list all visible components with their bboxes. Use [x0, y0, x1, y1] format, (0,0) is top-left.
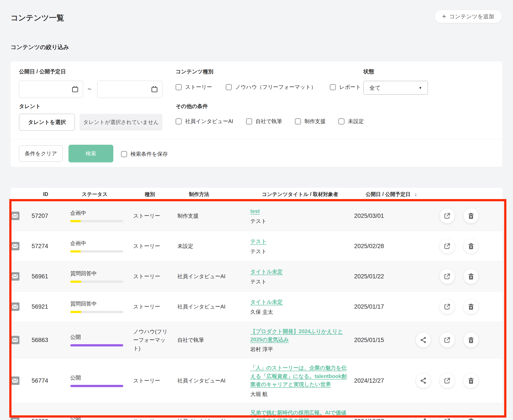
external-link-button[interactable]: [440, 239, 455, 254]
mail-icon[interactable]: [11, 242, 19, 250]
row-title-cell: テスト テスト: [250, 237, 352, 255]
row-type: ストーリー: [133, 212, 170, 220]
row-title-cell: test テスト: [250, 207, 352, 225]
content-type-checkbox[interactable]: ノウハウ（フリーフォーマット）: [226, 83, 316, 90]
date-range-separator: ~: [85, 85, 94, 93]
table-row[interactable]: 56698 公開 ストーリー 社員インタビューAI 兄弟で挑む新時代の採用広報。…: [11, 403, 502, 420]
search-button[interactable]: 検索: [68, 145, 113, 162]
share-button[interactable]: [416, 332, 431, 347]
trash-button[interactable]: [463, 208, 479, 223]
filter-divider: [11, 139, 502, 139]
checkbox-box[interactable]: [338, 118, 344, 124]
other-condition-checkbox[interactable]: 未設定: [338, 118, 364, 125]
content-title-link[interactable]: 「人」のストーリーは、企業の魅力を伝える「広報資産」になる。talentbook…: [250, 365, 347, 387]
checkbox-box[interactable]: [330, 84, 336, 90]
row-type: ストーリー: [133, 242, 170, 250]
clear-conditions-button[interactable]: 条件をクリア: [19, 145, 63, 162]
checkbox-label: ストーリー: [185, 83, 212, 90]
add-content-button[interactable]: + コンテンツを追加: [434, 10, 502, 23]
trash-button[interactable]: [463, 373, 479, 388]
interview-subject: 久保 圭太: [250, 308, 351, 315]
checkbox-label: 未設定: [348, 118, 364, 125]
table-row[interactable]: 56863 公開 ノウハウ(フリーフォーマット) 自社で執筆 【プロダクト開発】…: [11, 322, 502, 358]
row-type: ノウハウ(フリーフォーマット): [133, 327, 170, 353]
checkbox-label: 社員インタビューAI: [185, 118, 233, 125]
external-link-button[interactable]: [440, 373, 455, 388]
state-label: 状態: [364, 68, 374, 75]
external-link-button[interactable]: [440, 269, 455, 284]
mail-icon[interactable]: [11, 376, 19, 385]
row-id: 56961: [32, 273, 70, 280]
date-from-input[interactable]: [19, 81, 83, 98]
interview-subject: テスト: [250, 218, 351, 225]
table-row[interactable]: 56921 質問回答中 ストーリー 社員インタビューAI タイトル未定 久保 圭…: [11, 292, 502, 322]
content-title-link[interactable]: タイトル未定: [250, 269, 283, 275]
mail-icon[interactable]: [11, 212, 19, 220]
checkbox-box[interactable]: [295, 118, 301, 124]
external-link-button[interactable]: [440, 332, 455, 347]
trash-button[interactable]: [463, 414, 479, 420]
table-row[interactable]: 56961 質問回答中 ストーリー 社員インタビューAI タイトル未定 テスト …: [11, 261, 502, 292]
row-actions: [406, 332, 502, 347]
row-date: 2024/12/27: [354, 418, 406, 420]
header-status: ステータス: [82, 191, 145, 198]
row-method: 社員インタビューAI: [177, 273, 250, 280]
external-link-button[interactable]: [440, 299, 455, 314]
checkbox-box[interactable]: [121, 151, 127, 157]
content-title-link[interactable]: 兄弟で挑む新時代の採用広報。AIで価値を創造する経営者の挑戦: [250, 410, 346, 420]
content-title-link[interactable]: タイトル未定: [250, 299, 283, 305]
date-to-input[interactable]: [97, 81, 162, 98]
trash-button[interactable]: [463, 332, 479, 347]
row-date: 2025/02/28: [354, 243, 406, 250]
mail-icon[interactable]: [11, 302, 19, 311]
other-condition-checkbox[interactable]: 社員インタビューAI: [176, 118, 233, 125]
header-date[interactable]: 公開日 / 公開予定日 ↓: [366, 191, 417, 198]
status-progress-bar: [70, 250, 123, 253]
row-status: 企画中: [70, 210, 133, 222]
other-condition-checkbox[interactable]: 自社で執筆: [246, 118, 282, 125]
content-type-checkbox[interactable]: ストーリー: [176, 83, 212, 90]
calendar-icon[interactable]: [151, 85, 158, 93]
status-text: 企画中: [70, 210, 133, 217]
row-status: 質問回答中: [70, 300, 133, 313]
state-select[interactable]: 全て ▼: [364, 81, 428, 95]
status-text: 企画中: [70, 240, 133, 247]
share-button[interactable]: [416, 373, 431, 388]
status-progress-fill: [70, 281, 81, 283]
row-date: 2025/01/22: [354, 273, 406, 280]
interview-subject: テスト: [250, 278, 351, 285]
save-search-checkbox[interactable]: 検索条件を保存: [121, 150, 168, 158]
trash-button[interactable]: [463, 239, 479, 254]
share-button[interactable]: [416, 414, 431, 420]
content-title-link[interactable]: 【プロダクト開発】2024ふりかえりと2025の意気込み: [250, 328, 343, 342]
table-row[interactable]: 57207 企画中 ストーリー 制作支援 test テスト 2025/03/01: [11, 201, 502, 231]
row-title-cell: 兄弟で挑む新時代の採用広報。AIで価値を創造する経営者の挑戦 大堀 海: [250, 409, 352, 420]
external-link-button[interactable]: [440, 208, 455, 223]
checkbox-box[interactable]: [176, 118, 182, 124]
trash-button[interactable]: [463, 269, 479, 284]
table-row[interactable]: 57274 企画中 ストーリー 未設定 テスト テスト 2025/02/28: [11, 231, 502, 261]
header-title: コンテンツタイトル / 取材対象者: [262, 191, 366, 198]
mail-icon[interactable]: [11, 336, 19, 344]
mail-icon[interactable]: [11, 417, 19, 420]
select-talent-button[interactable]: タレントを選択: [19, 114, 75, 131]
checkbox-label: 自社で執筆: [256, 118, 282, 125]
table-row[interactable]: 56774 公開 ストーリー 社員インタビューAI 「人」のストーリーは、企業の…: [11, 358, 502, 403]
row-title-cell: 「人」のストーリーは、企業の魅力を伝える「広報資産」になる。talentbook…: [250, 364, 352, 398]
content-type-label: コンテンツ種別: [176, 68, 213, 75]
trash-button[interactable]: [463, 299, 479, 314]
content-title-link[interactable]: テスト: [250, 238, 267, 244]
other-condition-checkbox[interactable]: 制作支援: [295, 118, 326, 125]
checkbox-box[interactable]: [226, 84, 232, 90]
plus-icon: +: [442, 13, 446, 20]
row-status: 企画中: [70, 240, 133, 253]
calendar-icon[interactable]: [71, 85, 79, 93]
row-method: 社員インタビューAI: [177, 418, 250, 420]
checkbox-box[interactable]: [176, 84, 182, 90]
checkbox-box[interactable]: [246, 118, 252, 124]
content-type-checkbox[interactable]: レポート: [330, 83, 361, 90]
content-title-link[interactable]: test: [250, 208, 260, 214]
sort-descending-icon[interactable]: ↓: [415, 191, 417, 197]
external-link-button[interactable]: [440, 414, 455, 420]
mail-icon[interactable]: [11, 272, 19, 281]
